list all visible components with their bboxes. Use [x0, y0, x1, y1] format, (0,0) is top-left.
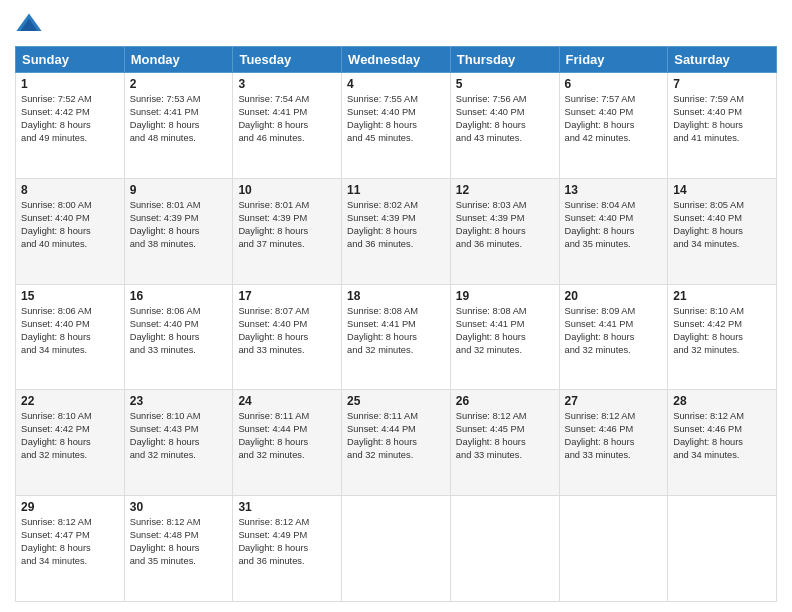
cell-info: Sunrise: 7:52 AM Sunset: 4:42 PM Dayligh… — [21, 93, 119, 145]
day-number: 29 — [21, 500, 119, 514]
cell-info: Sunrise: 8:08 AM Sunset: 4:41 PM Dayligh… — [347, 305, 445, 357]
cell-info: Sunrise: 8:10 AM Sunset: 4:42 PM Dayligh… — [21, 410, 119, 462]
day-number: 26 — [456, 394, 554, 408]
cell-info: Sunrise: 8:12 AM Sunset: 4:47 PM Dayligh… — [21, 516, 119, 568]
day-number: 11 — [347, 183, 445, 197]
cell-info: Sunrise: 8:06 AM Sunset: 4:40 PM Dayligh… — [21, 305, 119, 357]
cell-info: Sunrise: 7:55 AM Sunset: 4:40 PM Dayligh… — [347, 93, 445, 145]
day-number: 31 — [238, 500, 336, 514]
cell-info: Sunrise: 7:56 AM Sunset: 4:40 PM Dayligh… — [456, 93, 554, 145]
calendar-cell: 6Sunrise: 7:57 AM Sunset: 4:40 PM Daylig… — [559, 73, 668, 179]
calendar-cell — [450, 496, 559, 602]
calendar-cell: 22Sunrise: 8:10 AM Sunset: 4:42 PM Dayli… — [16, 390, 125, 496]
cell-info: Sunrise: 8:07 AM Sunset: 4:40 PM Dayligh… — [238, 305, 336, 357]
day-number: 14 — [673, 183, 771, 197]
calendar-week-row: 8Sunrise: 8:00 AM Sunset: 4:40 PM Daylig… — [16, 178, 777, 284]
cell-info: Sunrise: 8:12 AM Sunset: 4:46 PM Dayligh… — [565, 410, 663, 462]
day-number: 4 — [347, 77, 445, 91]
calendar-cell: 18Sunrise: 8:08 AM Sunset: 4:41 PM Dayli… — [342, 284, 451, 390]
calendar-cell: 15Sunrise: 8:06 AM Sunset: 4:40 PM Dayli… — [16, 284, 125, 390]
cell-info: Sunrise: 8:12 AM Sunset: 4:48 PM Dayligh… — [130, 516, 228, 568]
day-number: 5 — [456, 77, 554, 91]
logo — [15, 10, 47, 38]
calendar-week-row: 29Sunrise: 8:12 AM Sunset: 4:47 PM Dayli… — [16, 496, 777, 602]
calendar-cell: 3Sunrise: 7:54 AM Sunset: 4:41 PM Daylig… — [233, 73, 342, 179]
calendar-cell: 27Sunrise: 8:12 AM Sunset: 4:46 PM Dayli… — [559, 390, 668, 496]
weekday-header: Thursday — [450, 47, 559, 73]
calendar-cell: 8Sunrise: 8:00 AM Sunset: 4:40 PM Daylig… — [16, 178, 125, 284]
day-number: 2 — [130, 77, 228, 91]
calendar-cell: 31Sunrise: 8:12 AM Sunset: 4:49 PM Dayli… — [233, 496, 342, 602]
cell-info: Sunrise: 8:08 AM Sunset: 4:41 PM Dayligh… — [456, 305, 554, 357]
day-number: 28 — [673, 394, 771, 408]
day-number: 24 — [238, 394, 336, 408]
weekday-header: Tuesday — [233, 47, 342, 73]
calendar-cell: 13Sunrise: 8:04 AM Sunset: 4:40 PM Dayli… — [559, 178, 668, 284]
calendar-table: SundayMondayTuesdayWednesdayThursdayFrid… — [15, 46, 777, 602]
calendar-week-row: 15Sunrise: 8:06 AM Sunset: 4:40 PM Dayli… — [16, 284, 777, 390]
cell-info: Sunrise: 8:03 AM Sunset: 4:39 PM Dayligh… — [456, 199, 554, 251]
cell-info: Sunrise: 8:04 AM Sunset: 4:40 PM Dayligh… — [565, 199, 663, 251]
calendar-cell: 4Sunrise: 7:55 AM Sunset: 4:40 PM Daylig… — [342, 73, 451, 179]
day-number: 13 — [565, 183, 663, 197]
day-number: 25 — [347, 394, 445, 408]
day-number: 20 — [565, 289, 663, 303]
calendar-cell: 14Sunrise: 8:05 AM Sunset: 4:40 PM Dayli… — [668, 178, 777, 284]
day-number: 19 — [456, 289, 554, 303]
weekday-header: Monday — [124, 47, 233, 73]
cell-info: Sunrise: 7:53 AM Sunset: 4:41 PM Dayligh… — [130, 93, 228, 145]
cell-info: Sunrise: 8:11 AM Sunset: 4:44 PM Dayligh… — [347, 410, 445, 462]
day-number: 7 — [673, 77, 771, 91]
cell-info: Sunrise: 8:12 AM Sunset: 4:45 PM Dayligh… — [456, 410, 554, 462]
calendar-cell: 7Sunrise: 7:59 AM Sunset: 4:40 PM Daylig… — [668, 73, 777, 179]
calendar-cell: 30Sunrise: 8:12 AM Sunset: 4:48 PM Dayli… — [124, 496, 233, 602]
day-number: 21 — [673, 289, 771, 303]
calendar-cell: 19Sunrise: 8:08 AM Sunset: 4:41 PM Dayli… — [450, 284, 559, 390]
calendar-cell: 24Sunrise: 8:11 AM Sunset: 4:44 PM Dayli… — [233, 390, 342, 496]
day-number: 12 — [456, 183, 554, 197]
calendar-cell — [559, 496, 668, 602]
cell-info: Sunrise: 7:54 AM Sunset: 4:41 PM Dayligh… — [238, 93, 336, 145]
calendar-header-row: SundayMondayTuesdayWednesdayThursdayFrid… — [16, 47, 777, 73]
cell-info: Sunrise: 8:12 AM Sunset: 4:46 PM Dayligh… — [673, 410, 771, 462]
weekday-header: Saturday — [668, 47, 777, 73]
day-number: 16 — [130, 289, 228, 303]
day-number: 15 — [21, 289, 119, 303]
day-number: 22 — [21, 394, 119, 408]
day-number: 8 — [21, 183, 119, 197]
calendar-week-row: 1Sunrise: 7:52 AM Sunset: 4:42 PM Daylig… — [16, 73, 777, 179]
cell-info: Sunrise: 8:00 AM Sunset: 4:40 PM Dayligh… — [21, 199, 119, 251]
calendar-cell: 5Sunrise: 7:56 AM Sunset: 4:40 PM Daylig… — [450, 73, 559, 179]
page: SundayMondayTuesdayWednesdayThursdayFrid… — [0, 0, 792, 612]
cell-info: Sunrise: 8:01 AM Sunset: 4:39 PM Dayligh… — [238, 199, 336, 251]
cell-info: Sunrise: 8:10 AM Sunset: 4:42 PM Dayligh… — [673, 305, 771, 357]
cell-info: Sunrise: 8:02 AM Sunset: 4:39 PM Dayligh… — [347, 199, 445, 251]
cell-info: Sunrise: 8:10 AM Sunset: 4:43 PM Dayligh… — [130, 410, 228, 462]
day-number: 17 — [238, 289, 336, 303]
calendar-cell: 11Sunrise: 8:02 AM Sunset: 4:39 PM Dayli… — [342, 178, 451, 284]
day-number: 1 — [21, 77, 119, 91]
calendar-cell — [668, 496, 777, 602]
calendar-cell: 23Sunrise: 8:10 AM Sunset: 4:43 PM Dayli… — [124, 390, 233, 496]
calendar-cell: 10Sunrise: 8:01 AM Sunset: 4:39 PM Dayli… — [233, 178, 342, 284]
calendar-cell: 16Sunrise: 8:06 AM Sunset: 4:40 PM Dayli… — [124, 284, 233, 390]
weekday-header: Wednesday — [342, 47, 451, 73]
day-number: 18 — [347, 289, 445, 303]
day-number: 27 — [565, 394, 663, 408]
cell-info: Sunrise: 8:12 AM Sunset: 4:49 PM Dayligh… — [238, 516, 336, 568]
calendar-cell: 12Sunrise: 8:03 AM Sunset: 4:39 PM Dayli… — [450, 178, 559, 284]
cell-info: Sunrise: 7:57 AM Sunset: 4:40 PM Dayligh… — [565, 93, 663, 145]
cell-info: Sunrise: 8:09 AM Sunset: 4:41 PM Dayligh… — [565, 305, 663, 357]
calendar-week-row: 22Sunrise: 8:10 AM Sunset: 4:42 PM Dayli… — [16, 390, 777, 496]
cell-info: Sunrise: 8:01 AM Sunset: 4:39 PM Dayligh… — [130, 199, 228, 251]
calendar-cell: 25Sunrise: 8:11 AM Sunset: 4:44 PM Dayli… — [342, 390, 451, 496]
calendar-cell: 9Sunrise: 8:01 AM Sunset: 4:39 PM Daylig… — [124, 178, 233, 284]
calendar-cell: 29Sunrise: 8:12 AM Sunset: 4:47 PM Dayli… — [16, 496, 125, 602]
cell-info: Sunrise: 8:11 AM Sunset: 4:44 PM Dayligh… — [238, 410, 336, 462]
day-number: 3 — [238, 77, 336, 91]
cell-info: Sunrise: 7:59 AM Sunset: 4:40 PM Dayligh… — [673, 93, 771, 145]
day-number: 6 — [565, 77, 663, 91]
calendar-cell: 20Sunrise: 8:09 AM Sunset: 4:41 PM Dayli… — [559, 284, 668, 390]
calendar-cell: 21Sunrise: 8:10 AM Sunset: 4:42 PM Dayli… — [668, 284, 777, 390]
calendar-cell: 26Sunrise: 8:12 AM Sunset: 4:45 PM Dayli… — [450, 390, 559, 496]
